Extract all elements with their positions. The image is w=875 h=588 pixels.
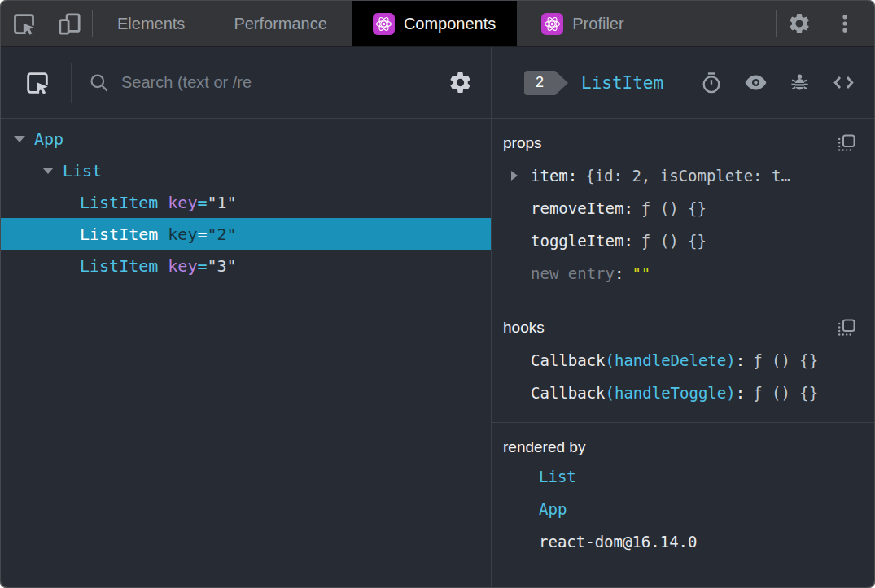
debug-bug-icon[interactable] <box>789 72 811 94</box>
tab-label: Performance <box>234 15 327 33</box>
tab-label: Profiler <box>572 15 623 33</box>
component-tree: App List ListItem key="1" ListItem key="… <box>1 119 491 587</box>
select-element-icon[interactable] <box>24 69 51 97</box>
inspect-element-icon[interactable] <box>1 1 46 46</box>
props-section: props <box>492 119 874 303</box>
badge-arrow <box>555 71 568 95</box>
rendered-by-app[interactable]: App <box>503 493 863 525</box>
react-logo-icon <box>373 13 395 35</box>
hook-row-handletoggle[interactable]: Callback(handleToggle):ƒ () {} <box>503 377 863 409</box>
tab-label: Elements <box>117 15 185 33</box>
components-panel: App List ListItem key="1" ListItem key="… <box>1 47 874 587</box>
collapse-caret-icon[interactable] <box>42 168 54 174</box>
props-rows: item:{id: 2, isComplete: t… removeItem:ƒ… <box>503 159 863 290</box>
tree-node-list[interactable]: List <box>1 155 491 186</box>
device-toolbar-icon[interactable] <box>46 1 92 46</box>
tree-toolbar <box>1 47 491 119</box>
owners-count: 2 <box>524 71 555 95</box>
component-name: List <box>63 161 102 181</box>
prop-row-toggleitem[interactable]: toggleItem:ƒ () {} <box>503 224 863 257</box>
rendered-by-section: rendered by List App react-dom@16.14.0 <box>492 423 874 571</box>
hooks-rows: Callback(handleDelete):ƒ () {} Callback(… <box>503 344 863 409</box>
more-menu-icon[interactable] <box>822 1 868 46</box>
topbar-right-controls <box>776 1 874 46</box>
separator <box>431 63 431 103</box>
prop-row-new-entry[interactable]: new entry:"" <box>503 257 863 290</box>
suspense-timer-icon[interactable] <box>700 72 723 94</box>
tab-elements[interactable]: Elements <box>93 1 209 46</box>
devtools-window: Elements Performance Components <box>0 0 875 588</box>
tree-settings-gear-icon[interactable] <box>448 70 473 95</box>
react-logo-icon <box>541 13 563 35</box>
search-icon <box>88 72 110 94</box>
devtools-tab-bar: Elements Performance Components <box>1 1 874 47</box>
tree-node-listitem-3[interactable]: ListItem key="3" <box>1 250 491 281</box>
component-name: ListItem <box>80 193 158 212</box>
key-attribute: key="2" <box>168 224 236 244</box>
rendered-by-list[interactable]: List <box>503 460 863 493</box>
inspected-component-name: ListItem <box>581 73 663 93</box>
tab-label: Components <box>404 15 496 33</box>
hooks-section: hooks Callback( <box>492 303 874 423</box>
component-name: ListItem <box>80 256 158 276</box>
hooks-title: hooks <box>503 319 545 337</box>
hook-row-handledelete[interactable]: Callback(handleDelete):ƒ () {} <box>503 344 863 377</box>
prop-row-removeitem[interactable]: removeItem:ƒ () {} <box>503 192 863 224</box>
prop-row-item[interactable]: item:{id: 2, isComplete: t… <box>503 159 863 192</box>
collapse-caret-icon[interactable] <box>14 136 25 142</box>
owners-stack-badge[interactable]: 2 <box>524 71 568 95</box>
component-tree-panel: App List ListItem key="1" ListItem key="… <box>1 47 492 587</box>
rendered-by-header: rendered by <box>503 434 863 460</box>
hooks-header: hooks <box>503 315 863 341</box>
view-source-code-icon[interactable] <box>831 70 856 95</box>
key-attribute: key="3" <box>168 256 236 276</box>
inspected-component-panel: 2 ListItem <box>492 47 874 587</box>
search-input[interactable] <box>121 73 431 92</box>
component-name: App <box>34 129 63 149</box>
copy-props-icon[interactable] <box>837 133 856 153</box>
tab-profiler[interactable]: Profiler <box>517 1 648 46</box>
tab-components[interactable]: Components <box>352 1 517 46</box>
inspect-dom-eye-icon[interactable] <box>743 70 768 95</box>
key-attribute: key="1" <box>168 193 236 212</box>
settings-gear-icon[interactable] <box>777 1 822 46</box>
copy-hooks-icon[interactable] <box>837 318 856 338</box>
props-header: props <box>503 130 863 156</box>
component-name: ListItem <box>80 224 158 244</box>
props-title: props <box>503 134 542 152</box>
tree-node-listitem-1[interactable]: ListItem key="1" <box>1 186 491 218</box>
inspected-header: 2 ListItem <box>492 47 874 119</box>
header-actions <box>700 70 856 95</box>
rendered-by-title: rendered by <box>503 438 585 456</box>
tree-node-listitem-2-selected[interactable]: ListItem key="2" <box>1 218 491 250</box>
rendered-by-react-dom: react-dom@16.14.0 <box>503 525 863 558</box>
expand-icon[interactable] <box>511 171 518 181</box>
search-bar <box>72 72 431 94</box>
tab-performance[interactable]: Performance <box>209 1 352 46</box>
tree-node-app[interactable]: App <box>1 123 491 155</box>
